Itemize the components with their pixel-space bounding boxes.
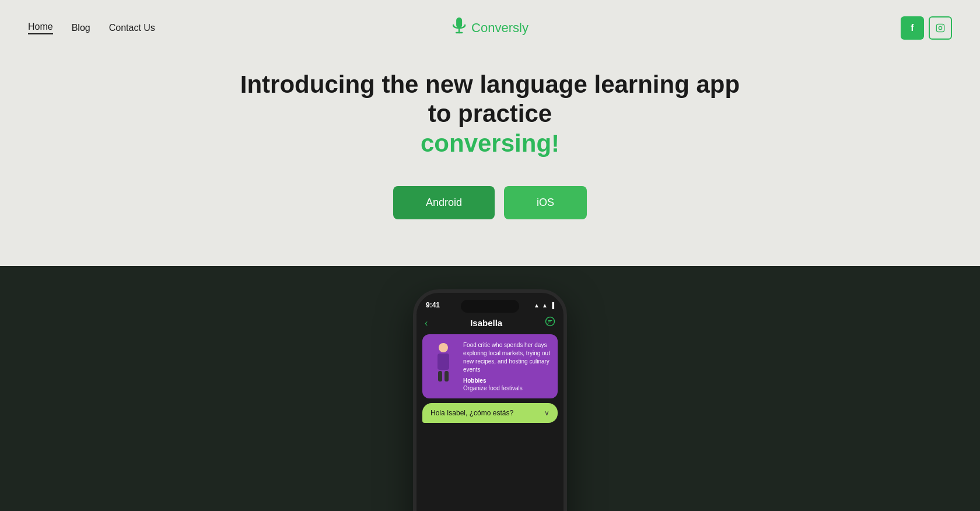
profile-text: Food critic who spends her days explorin… [463, 341, 551, 391]
phone-header: ‹ Isabella [416, 314, 564, 334]
nav-logo: Conversly [452, 18, 528, 38]
nav-social: f [901, 16, 952, 40]
phone-mockup: 9:41 ▲ ▲ ▐ ‹ Isabella [413, 289, 567, 511]
profile-description: Food critic who spends her days explorin… [463, 341, 551, 374]
hero-accent: conversing! [421, 130, 559, 157]
logo-text: Conversly [471, 20, 528, 36]
instagram-button[interactable] [929, 16, 952, 40]
android-button[interactable]: Android [393, 186, 495, 219]
dark-section: 9:41 ▲ ▲ ▐ ‹ Isabella [0, 266, 980, 511]
nav-home[interactable]: Home [28, 22, 53, 34]
contact-name: Isabella [470, 318, 502, 328]
avatar-legs [433, 371, 454, 382]
svg-point-5 [942, 26, 943, 26]
chat-text: Hola Isabel, ¿cómo estás? [430, 409, 513, 417]
status-time: 9:41 [426, 301, 440, 309]
nav-contact[interactable]: Contact Us [109, 23, 155, 33]
svg-rect-3 [936, 24, 944, 32]
phone-notch [461, 300, 519, 313]
avatar-leg-left [438, 371, 442, 382]
profile-card: Food critic who spends her days explorin… [422, 334, 558, 398]
status-icons: ▲ ▲ ▐ [534, 302, 554, 309]
phone-content: Food critic who spends her days explorin… [416, 334, 564, 423]
navbar: Home Blog Contact Us Conversly f [0, 0, 980, 56]
avatar-leg-right [444, 371, 449, 382]
chat-icon[interactable] [545, 316, 555, 330]
hero-headline: Introducing the new language learning ap… [228, 70, 752, 158]
phone-frame: 9:41 ▲ ▲ ▐ ‹ Isabella [413, 289, 567, 511]
back-icon[interactable]: ‹ [425, 318, 428, 328]
ios-button[interactable]: iOS [504, 186, 587, 219]
chevron-down-icon: ∨ [544, 409, 550, 417]
hobbies-label: Hobbies [463, 377, 551, 384]
svg-point-4 [939, 26, 942, 29]
avatar [429, 341, 457, 383]
hobbies-value: Organize food festivals [463, 385, 551, 391]
avatar-figure [433, 343, 454, 382]
mic-icon [452, 18, 467, 38]
svg-rect-0 [456, 18, 462, 28]
nav-blog[interactable]: Blog [72, 23, 90, 33]
battery-icon: ▐ [550, 302, 554, 309]
facebook-button[interactable]: f [901, 16, 924, 40]
chat-bubble: Hola Isabel, ¿cómo estás? ∨ [422, 403, 558, 423]
hero-buttons: Android iOS [393, 186, 587, 219]
wifi-icon: ▲ [542, 302, 548, 309]
instagram-icon [936, 23, 945, 33]
signal-icon: ▲ [534, 302, 540, 309]
nav-links: Home Blog Contact Us [28, 22, 155, 34]
avatar-head [439, 343, 448, 352]
avatar-body [438, 354, 449, 370]
